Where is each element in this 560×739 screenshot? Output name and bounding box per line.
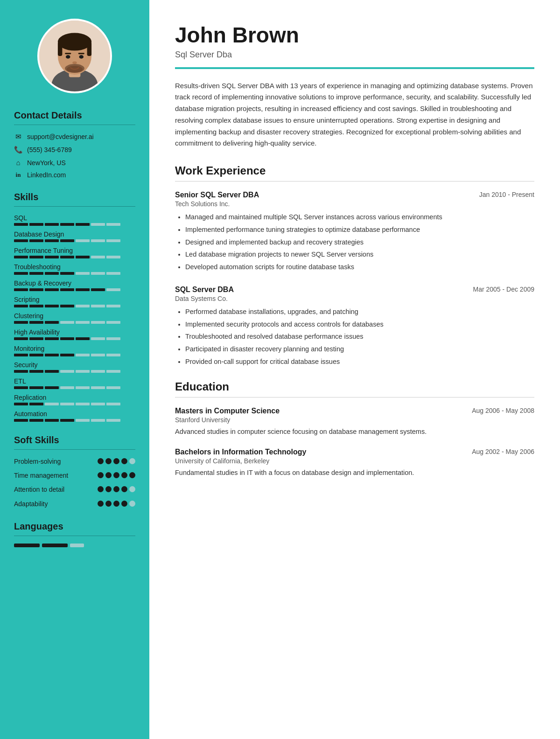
skill-bar-segment (60, 239, 74, 242)
skill-bar-segment (91, 419, 105, 422)
skill-bar-segment (106, 239, 120, 242)
contact-email: ✉ support@cvdesigner.ai (14, 132, 135, 141)
skills-divider (14, 206, 135, 207)
skill-bar-segment (29, 419, 43, 422)
soft-skill-dot (98, 458, 104, 464)
skill-bar-segment (45, 354, 59, 356)
skill-bar (14, 337, 135, 340)
skill-name: Backup & Recovery (14, 279, 135, 287)
skill-bar-segment (106, 386, 120, 389)
skill-item: Clustering (14, 312, 135, 324)
bullet-item: Implemented security protocols and acces… (185, 320, 534, 330)
skill-item: Automation (14, 410, 135, 422)
skill-bar-segment (60, 223, 74, 226)
skill-bar-segment (60, 256, 74, 258)
skill-bar-segment (106, 321, 120, 324)
skill-bar-segment (45, 370, 59, 373)
skill-bar-segment (14, 223, 28, 226)
edu-2-header: Bachelors in Information Technology Aug … (175, 448, 534, 456)
skill-bar (14, 305, 135, 307)
skill-bar-segment (14, 419, 28, 422)
skill-item: SQL (14, 214, 135, 226)
skill-bar (14, 386, 135, 389)
skill-name: Troubleshooting (14, 263, 135, 271)
soft-skill-dot (113, 486, 119, 492)
skill-name: SQL (14, 214, 135, 222)
contact-linkedin: in LinkedIn.com (14, 171, 135, 179)
svg-rect-5 (58, 42, 62, 56)
job-2-title: SQL Server DBA (175, 286, 234, 294)
contact-divider (14, 125, 135, 125)
skill-bar-segment (14, 256, 28, 258)
skill-bar-segment (60, 272, 74, 275)
contact-phone-value: (555) 345-6789 (27, 146, 72, 153)
soft-skill-dot (98, 501, 104, 507)
skill-bar-segment (45, 256, 59, 258)
soft-skill-dot (98, 472, 104, 478)
work-experience-title: Work Experience (175, 164, 534, 177)
bullet-item: Designed and implemented backup and reco… (185, 237, 534, 248)
languages-title: Languages (14, 521, 135, 532)
skill-bar-segment (29, 321, 43, 324)
skill-bar-segment (45, 386, 59, 389)
skill-bar-segment (29, 386, 43, 389)
skill-bar-segment (91, 305, 105, 307)
skill-bar-segment (76, 386, 90, 389)
skill-bar-segment (60, 321, 74, 324)
skill-bar-segment (76, 354, 90, 356)
skill-bar-segment (14, 272, 28, 275)
contact-linkedin-value: LinkedIn.com (27, 171, 66, 179)
bullet-item: Implemented performance tuning strategie… (185, 225, 534, 235)
skill-bar-segment (76, 403, 90, 405)
skill-name: Performance Tuning (14, 247, 135, 254)
skill-name: High Availability (14, 328, 135, 336)
skill-item: High Availability (14, 328, 135, 340)
skill-name: Clustering (14, 312, 135, 320)
bullet-item: Troubleshooted and resolved database per… (185, 332, 534, 342)
contact-phone: 📞 (555) 345-6789 (14, 146, 135, 154)
skill-bar-segment (76, 419, 90, 422)
skill-bar-segment (76, 305, 90, 307)
soft-skill-name: Adaptability (14, 500, 98, 508)
soft-skill-dot (129, 501, 135, 507)
job-1: Senior SQL Server DBA Jan 2010 - Present… (175, 191, 534, 272)
soft-skill-dot (129, 472, 135, 478)
bullet-item: Led database migration projects to newer… (185, 250, 534, 260)
skill-name: Scripting (14, 296, 135, 303)
skill-bar-segment (14, 239, 28, 242)
skill-bar-segment (29, 239, 43, 242)
skill-bar-segment (29, 337, 43, 340)
linkedin-icon: in (14, 171, 22, 179)
skill-bar-segment (106, 288, 120, 291)
header-divider (175, 67, 534, 69)
soft-skill-dot (121, 472, 127, 478)
svg-point-8 (79, 55, 84, 59)
skill-name: Replication (14, 394, 135, 401)
summary-text: Results-driven SQL Server DBA with 13 ye… (175, 80, 534, 150)
skill-bar-segment (91, 386, 105, 389)
skill-bar-segment (60, 305, 74, 307)
soft-skill-dot (105, 458, 112, 464)
contact-location: ⌂ NewYork, US (14, 159, 135, 167)
job-1-date: Jan 2010 - Present (479, 191, 534, 198)
skill-bar-segment (91, 288, 105, 291)
soft-skill-dot (113, 458, 119, 464)
bullet-item: Managed and maintained multiple SQL Serv… (185, 212, 534, 223)
skill-bar-segment (45, 272, 59, 275)
education-divider (175, 397, 534, 397)
skill-bar-segment (106, 403, 120, 405)
soft-skill-dots (98, 471, 135, 478)
contact-section: Contact Details ✉ support@cvdesigner.ai … (14, 110, 135, 179)
soft-skill-dot (121, 501, 127, 507)
skill-item: ETL (14, 377, 135, 389)
svg-point-4 (58, 33, 91, 51)
skill-bar-segment (60, 354, 74, 356)
soft-skill-dot (121, 486, 127, 492)
soft-skills-divider (14, 449, 135, 450)
skill-bar-segment (60, 337, 74, 340)
soft-skill-dot (113, 501, 119, 507)
lang-bar-3 (70, 544, 84, 547)
skill-bar-segment (14, 370, 28, 373)
soft-skill-dots (98, 457, 135, 464)
skill-bar-segment (76, 223, 90, 226)
